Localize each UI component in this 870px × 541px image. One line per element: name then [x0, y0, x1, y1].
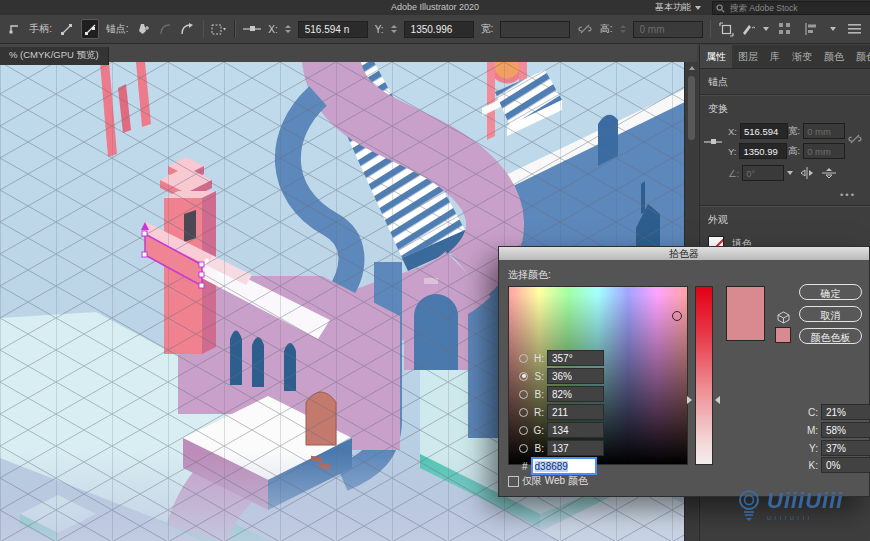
tab-color-guide[interactable]: 颜色参 [850, 45, 870, 68]
workspace-label: 基本功能 [655, 1, 691, 14]
height-label: 高: [788, 145, 800, 158]
align-options-icon[interactable] [803, 20, 821, 38]
reference-point-icon[interactable] [243, 20, 261, 38]
search-icon [716, 4, 725, 13]
r-field[interactable]: 211 [547, 404, 604, 420]
scroll-up-icon[interactable] [689, 66, 695, 70]
m-field[interactable]: 58% [821, 422, 870, 438]
web-only-checkbox[interactable] [508, 476, 519, 487]
saturation-slider[interactable] [695, 286, 713, 465]
tab-gradient[interactable]: 渐变 [786, 45, 818, 68]
radio-s[interactable] [519, 372, 528, 381]
radio-r[interactable] [519, 408, 528, 417]
cancel-button[interactable]: 取消 [799, 306, 862, 322]
corner-anchor-icon[interactable] [7, 20, 22, 38]
handle-mirror-button[interactable] [59, 20, 74, 38]
hex-value: d38689 [535, 461, 568, 472]
divider [234, 20, 236, 38]
width-input[interactable] [505, 23, 565, 36]
arrange-grid-icon[interactable] [776, 20, 794, 38]
s-label: S: [531, 371, 544, 382]
k-label: K: [805, 460, 818, 471]
document-tab[interactable]: % (CMYK/GPU 预览) [0, 47, 109, 65]
radio-h[interactable] [519, 354, 528, 363]
chevron-down-icon[interactable] [763, 27, 769, 31]
select-color-label: 选择颜色: [508, 268, 551, 282]
panel-tabs: 属性 图层 库 渐变 颜色 颜色参 [700, 45, 870, 69]
radio-b[interactable] [519, 390, 528, 399]
transform-h-field[interactable]: 0 mm [803, 143, 845, 159]
shaper-tool-icon[interactable] [741, 20, 756, 38]
x-stepper[interactable] [285, 25, 291, 33]
h-label: H: [531, 353, 544, 364]
width-label: 宽: [481, 22, 494, 36]
g-field[interactable]: 134 [547, 422, 604, 438]
angle-field[interactable]: 0° [742, 165, 784, 181]
height-input[interactable] [638, 23, 698, 36]
scrollbar-thumb[interactable] [688, 76, 695, 140]
transform-again-icon[interactable] [718, 20, 733, 38]
tab-properties[interactable]: 属性 [700, 45, 732, 68]
transform-section-title: 变换 [700, 96, 870, 121]
transform-w-field[interactable]: 0 mm [803, 123, 845, 139]
more-options[interactable]: ••• [840, 189, 856, 200]
radio-g[interactable] [519, 426, 528, 435]
b-field[interactable]: 82% [547, 386, 604, 402]
slider-arrow-right-icon[interactable] [715, 396, 720, 404]
watermark: UiiiUiii UIIIUIII [737, 489, 843, 523]
h-field[interactable]: 357° [547, 350, 604, 366]
ok-button[interactable]: 确定 [799, 284, 862, 300]
add-anchor-pen-icon[interactable] [136, 20, 151, 38]
handle-free-button[interactable] [81, 19, 98, 39]
y-stepper[interactable] [391, 25, 397, 33]
tab-layers[interactable]: 图层 [732, 45, 764, 68]
transform-y-field[interactable]: 1350.99 [739, 143, 787, 159]
watermark-subtext: UIIIUIII [767, 515, 843, 521]
dialog-title[interactable]: 拾色器 [499, 247, 869, 260]
corner-arc-icon[interactable] [180, 20, 195, 38]
slider-arrow-left-icon[interactable] [687, 396, 692, 404]
k-field[interactable]: 0% [821, 457, 870, 473]
workspace-switcher[interactable]: 基本功能 [650, 1, 706, 14]
reference-point-icon[interactable] [704, 137, 722, 147]
chevron-down-icon[interactable] [787, 171, 793, 175]
document-tab-title: % (CMYK/GPU 预览) [9, 49, 99, 62]
tab-libraries[interactable]: 库 [764, 45, 786, 68]
menu-icon[interactable] [845, 20, 863, 38]
flip-horizontal-icon[interactable] [800, 167, 814, 179]
height-stepper[interactable] [620, 25, 626, 33]
smooth-arc-icon[interactable] [158, 20, 173, 38]
appearance-section-title: 外观 [700, 207, 870, 232]
anchor-section-title: 锚点 [700, 69, 870, 94]
web-safe-color-swatch[interactable] [775, 327, 791, 343]
control-bar: 手柄: 锚点: X: Y: 宽: 高: [0, 15, 870, 44]
tab-color[interactable]: 颜色 [818, 45, 850, 68]
g-label: G: [531, 425, 544, 436]
stock-search[interactable] [712, 1, 870, 15]
s-field[interactable]: 36% [547, 368, 604, 384]
chevron-down-icon[interactable] [830, 27, 836, 31]
web-only-label: 仅限 Web 颜色 [522, 474, 588, 488]
x-input[interactable] [303, 23, 363, 36]
link-dimensions-icon[interactable] [577, 20, 592, 38]
height-label: 高: [600, 22, 613, 36]
current-color-swatch [726, 286, 765, 341]
divider [203, 20, 205, 38]
y-label: Y: [728, 146, 736, 157]
c-field[interactable]: 21% [821, 404, 870, 420]
hex-field[interactable]: d38689 [531, 457, 597, 475]
radio-b2[interactable] [519, 444, 528, 453]
bounding-box-icon[interactable] [211, 20, 227, 38]
b2-field[interactable]: 137 [547, 440, 604, 456]
flip-vertical-icon[interactable] [822, 167, 836, 179]
search-input[interactable] [728, 2, 870, 14]
c-label: C: [805, 407, 818, 418]
link-dimensions-icon[interactable] [848, 133, 862, 145]
transform-x-field[interactable]: 516.594 [740, 123, 788, 139]
y-input[interactable] [409, 23, 469, 36]
y-field[interactable]: 37% [821, 440, 870, 456]
color-field-marker[interactable] [672, 311, 682, 321]
web-color-warning-icon[interactable] [777, 311, 790, 324]
chevron-down-icon [695, 6, 701, 10]
color-swatches-button[interactable]: 颜色色板 [799, 328, 862, 344]
